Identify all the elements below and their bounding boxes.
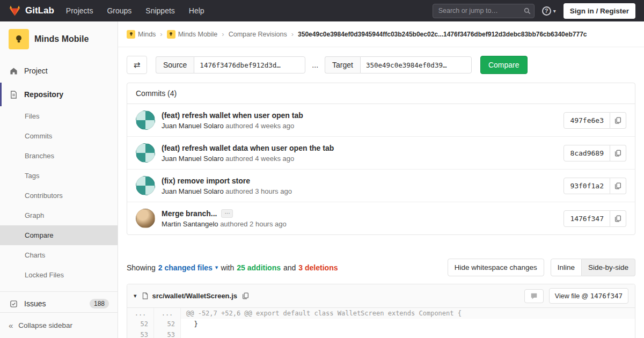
sidebar-subitem-locked-files[interactable]: Locked Files <box>0 265 118 285</box>
commit-time: authored 4 weeks ago <box>225 122 294 130</box>
side-by-side-view-button[interactable]: Side-by-side <box>582 259 635 276</box>
comment-icon <box>530 292 538 300</box>
project-mini-avatar <box>167 30 175 39</box>
source-label: Source <box>156 56 194 74</box>
commit-author-avatar[interactable] <box>136 111 155 130</box>
copy-sha-button[interactable] <box>610 210 626 227</box>
breadcrumb-separator: › <box>160 30 162 38</box>
view-file-sha: 1476f347 <box>590 292 623 300</box>
sidebar-subitem-charts[interactable]: Charts <box>0 245 118 265</box>
view-file-button[interactable]: View file @ 1476f347 <box>549 288 628 304</box>
inline-view-button[interactable]: Inline <box>551 259 582 276</box>
changed-files-dropdown[interactable]: 2 changed files <box>158 263 213 272</box>
sidebar-subitem-compare[interactable]: Compare <box>0 225 118 245</box>
caret-down-icon[interactable]: ▾ <box>215 264 218 271</box>
commit-sha-button[interactable]: 93f0f1a2 <box>564 178 610 194</box>
diff-file-path[interactable]: src/wallet/WalletScreen.js <box>152 292 237 300</box>
new-line-number[interactable]: 52 <box>154 319 181 329</box>
commit-author-link[interactable]: Juan Manuel Solaro <box>162 122 224 130</box>
breadcrumb-separator: › <box>291 30 294 38</box>
commit-author-avatar[interactable] <box>136 176 155 195</box>
sign-in-button[interactable]: Sign in / Register <box>564 3 635 19</box>
copy-sha-button[interactable] <box>610 178 626 194</box>
code-text <box>181 329 635 338</box>
commit-author-avatar[interactable] <box>136 143 155 163</box>
toggle-comments-button[interactable] <box>524 289 544 303</box>
diff-table: ... ... @@ -52,7 +52,6 @@ export default… <box>127 308 635 338</box>
nav-item-groups[interactable]: Groups <box>107 6 131 15</box>
commit-title-link[interactable]: (fix) remove import store <box>162 177 250 185</box>
sidebar-subitem-branches[interactable]: Branches <box>0 146 118 166</box>
source-input-group: Source <box>156 56 305 74</box>
breadcrumb-group-link[interactable]: Minds <box>127 30 156 39</box>
swap-revisions-button[interactable]: ⇄ <box>127 56 147 74</box>
sidebar-subitem-files[interactable]: Files <box>0 106 118 126</box>
sidebar-item-label: Project <box>24 67 48 75</box>
collapse-diff-caret-icon[interactable]: ▾ <box>134 292 137 299</box>
swap-arrows-icon: ⇄ <box>134 60 141 70</box>
help-dropdown[interactable]: ? ▾ <box>542 6 556 16</box>
copy-file-path-button[interactable] <box>242 292 249 299</box>
project-context-header[interactable]: Minds Mobile <box>0 21 118 59</box>
range-dots: ... <box>312 61 318 69</box>
with-label: with <box>221 263 234 272</box>
diff-code-line: 52 52 } <box>127 319 635 329</box>
commit-row: (feat) refresh wallet data when user ope… <box>127 136 635 169</box>
commit-row: Merge branch... ··· Martin Santangelo au… <box>127 202 635 234</box>
sidebar-subitem-graph[interactable]: Graph <box>0 205 118 225</box>
project-name: Minds Mobile <box>34 34 89 44</box>
project-sidebar: Minds Mobile Project Repository Files Co… <box>0 21 118 338</box>
hide-whitespace-button[interactable]: Hide whitespace changes <box>448 259 544 276</box>
nav-item-help[interactable]: Help <box>189 6 204 15</box>
source-ref-input[interactable] <box>194 56 305 74</box>
commit-sha-button[interactable]: 497fe6e3 <box>564 112 610 129</box>
target-input-group: Target <box>325 56 472 74</box>
sidebar-item-project[interactable]: Project <box>0 59 118 83</box>
commit-sha-button[interactable]: 8cad9689 <box>564 145 610 161</box>
copy-sha-button[interactable] <box>610 112 626 129</box>
breadcrumb-compare-link[interactable]: Compare Revisions <box>229 31 287 38</box>
nav-item-projects[interactable]: Projects <box>66 6 93 15</box>
diff-view-toggle: Inline Side-by-side <box>551 259 635 276</box>
sidebar-item-repository[interactable]: Repository <box>0 83 118 106</box>
commit-author-link[interactable]: Martin Santangelo <box>162 220 218 228</box>
old-line-number: ... <box>127 308 154 319</box>
sidebar-subitem-commits[interactable]: Commits <box>0 126 118 146</box>
expand-commit-message-button[interactable]: ··· <box>221 209 233 218</box>
search-icon[interactable] <box>524 7 531 17</box>
copy-icon <box>614 150 621 157</box>
copy-sha-button[interactable] <box>610 145 626 161</box>
project-avatar <box>9 29 29 49</box>
diff-file-header: ▾ src/wallet/WalletScreen.js <box>127 284 635 308</box>
and-label: and <box>283 263 296 272</box>
gitlab-logo[interactable]: GitLab <box>9 5 54 17</box>
file-icon <box>142 292 149 299</box>
old-line-number[interactable]: 52 <box>127 319 154 329</box>
sidebar-item-label: Repository <box>24 90 63 99</box>
commit-author-link[interactable]: Juan Manuel Solaro <box>162 155 224 163</box>
commit-sha-button[interactable]: 1476f347 <box>564 210 610 227</box>
collapse-sidebar-button[interactable]: « Collapse sidebar <box>0 312 118 338</box>
commit-author-link[interactable]: Juan Manuel Solaro <box>162 187 224 195</box>
breadcrumb-project-link[interactable]: Minds Mobile <box>167 30 218 39</box>
lightbulb-icon <box>169 32 173 36</box>
target-ref-input[interactable] <box>360 56 472 74</box>
commit-title-link[interactable]: (feat) refresh wallet data when user ope… <box>162 144 334 152</box>
commit-title-link[interactable]: Merge branch... <box>162 209 217 218</box>
old-line-number[interactable]: 53 <box>127 329 154 338</box>
double-chevron-left-icon: « <box>9 321 13 330</box>
search-input[interactable] <box>433 4 535 18</box>
copy-icon <box>614 182 621 189</box>
commit-title-link[interactable]: (feat) refresh wallet when user open tab <box>162 111 303 120</box>
lightbulb-icon <box>129 32 134 36</box>
sidebar-subitem-contributors[interactable]: Contributors <box>0 186 118 205</box>
compare-button[interactable]: Compare <box>480 56 528 74</box>
nav-item-snippets[interactable]: Snippets <box>145 6 174 15</box>
target-label: Target <box>325 56 360 74</box>
new-line-number[interactable]: 53 <box>154 329 181 338</box>
global-search <box>433 4 535 18</box>
commit-time: authored 3 hours ago <box>225 187 292 195</box>
commits-panel-title: Commits (4) <box>127 83 635 104</box>
sidebar-subitem-tags[interactable]: Tags <box>0 166 118 186</box>
commit-author-avatar[interactable] <box>136 209 155 228</box>
